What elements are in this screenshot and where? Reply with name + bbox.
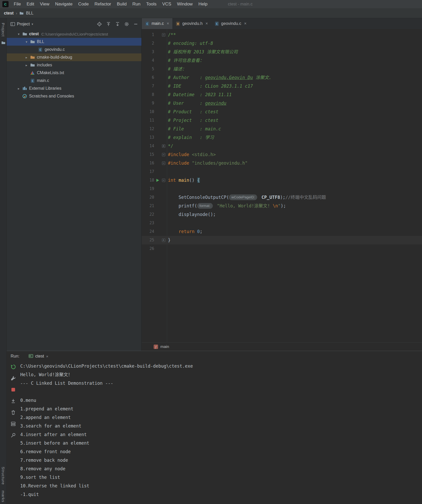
menu-file[interactable]: File (11, 0, 24, 8)
fold-icon[interactable]: − (162, 179, 165, 182)
close-icon[interactable]: × (167, 21, 169, 26)
folder-icon (30, 40, 35, 44)
fold-icon[interactable]: ˄ (162, 239, 165, 242)
fold-icon[interactable]: ˄ (162, 144, 165, 148)
breadcrumb-chevron-icon: › (16, 11, 17, 15)
run-toolbar (10, 363, 17, 439)
tree-item-main.c[interactable]: Cmain.c (7, 77, 141, 85)
tree-item-CMakeLists.txt[interactable]: CMakeLists.txt (7, 69, 141, 77)
code-text: # 描述： (167, 65, 186, 73)
stripe-structure-label[interactable]: Structure (1, 467, 5, 485)
tree-item-geovindu.c[interactable]: Cgeovindu.c (7, 46, 141, 53)
build-settings-button[interactable] (10, 375, 17, 382)
menu-build[interactable]: Build (114, 0, 130, 8)
chevron-right-icon[interactable]: ▸ (16, 87, 22, 90)
code-token: ; (200, 229, 202, 234)
breadcrumb-project[interactable]: ctest (4, 11, 13, 16)
breadcrumb-folder[interactable]: BLL (26, 11, 33, 16)
stop-button[interactable] (10, 386, 17, 393)
code-text: # User : geovindu (167, 99, 226, 108)
console-output[interactable]: C:\Users\geovindu\CLionProjects\ctest\cm… (20, 362, 419, 504)
code-token: # IDE : CLion 2023.1.1 c17 (168, 83, 253, 89)
code-token: displaynode(); (168, 212, 216, 217)
svg-text:C: C (146, 22, 148, 25)
hide-button[interactable] (133, 22, 138, 27)
menu-run[interactable]: Run (130, 0, 143, 8)
code-editor[interactable]: 1−/**2# encoding: utf-83# 版权所有 2013 涂聚文有… (142, 29, 422, 342)
tree-item-label: BLL (37, 39, 44, 44)
tab-geovindu.h[interactable]: Hgeovindu.h× (172, 18, 211, 29)
gutter: 23 (142, 219, 167, 227)
gutter: 8 (142, 90, 167, 99)
run-line-icon[interactable] (154, 178, 161, 182)
console-line: --- C Linked List Demonstration --- (20, 379, 419, 388)
code-token: ); (280, 195, 285, 200)
tree-item-External Libraries[interactable]: ▸External Libraries (7, 85, 141, 92)
menu-code[interactable]: Code (75, 0, 92, 8)
chevron-right-icon[interactable]: ▸ (23, 63, 30, 67)
line-number: 21 (142, 202, 154, 210)
menu-vcs[interactable]: VCS (159, 0, 174, 8)
chevron-right-icon[interactable]: ▸ (23, 55, 30, 59)
code-text: # Project : ctest (167, 116, 218, 125)
tree-item-ctest[interactable]: ▾ctestC:\Users\geovindu\CLionProjects\ct… (7, 30, 141, 38)
stripe-folder-icon[interactable] (1, 41, 5, 45)
clion-logo-icon[interactable]: C (2, 1, 9, 8)
chevron-down-icon[interactable]: ▾ (32, 22, 33, 26)
collapse-all-button[interactable] (115, 22, 120, 27)
stripe-bookmarks-label[interactable]: marks (1, 491, 5, 502)
run-panel-header: Run: ctest × (7, 351, 422, 361)
pin-button[interactable] (10, 432, 17, 439)
menu-window[interactable]: Window (174, 0, 195, 8)
menu-help[interactable]: Help (195, 0, 210, 8)
code-token: # encoding: utf-8 (168, 41, 213, 46)
close-icon[interactable]: × (244, 21, 247, 26)
scroll-from-source-button[interactable] (106, 22, 111, 27)
fold-icon[interactable]: − (162, 33, 165, 37)
menu-refactor[interactable]: Refactor (92, 0, 114, 8)
code-token: geovindu,Geovin Du (205, 75, 253, 80)
tree-item-Scratches and Consoles[interactable]: Scratches and Consoles (7, 92, 141, 100)
svg-text:C: C (32, 79, 33, 82)
fold-icon[interactable]: − (162, 162, 165, 165)
breadcrumb-function[interactable]: main (160, 344, 169, 349)
console-line: 6.remove front node (20, 447, 419, 456)
line-number: 9 (142, 99, 154, 108)
c-file-icon: C (145, 22, 149, 26)
chevron-down-icon[interactable]: ▾ (23, 40, 30, 44)
tree-item-includes[interactable]: ▸includes (7, 61, 141, 69)
settings-button[interactable] (124, 22, 129, 27)
close-icon[interactable]: × (206, 21, 208, 26)
folder-icon (19, 11, 24, 15)
gutter: 21 (142, 202, 167, 210)
line-number: 5 (142, 65, 154, 73)
line-number: 1 (142, 31, 154, 39)
tree-item-BLL[interactable]: ▾BLL (7, 38, 141, 46)
code-text: SetConsoleOutputCP(wCodePageID: CP_UTF8)… (167, 193, 326, 202)
project-panel-title[interactable]: Project (17, 22, 30, 26)
console-line: 1.prepend an element (20, 405, 419, 413)
menu-tools[interactable]: Tools (143, 0, 159, 8)
locate-file-button[interactable] (97, 22, 102, 27)
code-token: } (168, 237, 171, 243)
tree-item-cmake-build-debug[interactable]: ▸cmake-build-debug (7, 53, 141, 61)
tab-main.c[interactable]: Cmain.c× (142, 18, 172, 29)
console-line: 0.menu (20, 396, 419, 405)
scroll-to-end-button[interactable] (10, 398, 17, 404)
chevron-down-icon[interactable]: ▾ (16, 32, 22, 36)
restore-layout-button[interactable] (10, 421, 17, 427)
menu-navigate[interactable]: Navigate (52, 0, 75, 8)
close-icon[interactable]: × (46, 354, 49, 359)
stripe-project-label[interactable]: Project (1, 23, 5, 37)
menu-edit[interactable]: Edit (24, 0, 37, 8)
tree-item-label: ctest (29, 32, 39, 36)
tab-geovindu.c[interactable]: Cgeovindu.c× (211, 18, 250, 29)
fold-icon[interactable]: − (162, 153, 165, 156)
line-number: 25 (142, 236, 154, 244)
collapse-all-icon (115, 22, 120, 27)
run-tab-ctest[interactable]: ctest × (26, 351, 51, 361)
menu-view[interactable]: View (37, 0, 52, 8)
svg-text:C: C (4, 2, 7, 6)
clear-all-button[interactable] (10, 409, 17, 416)
rerun-button[interactable] (10, 363, 17, 370)
